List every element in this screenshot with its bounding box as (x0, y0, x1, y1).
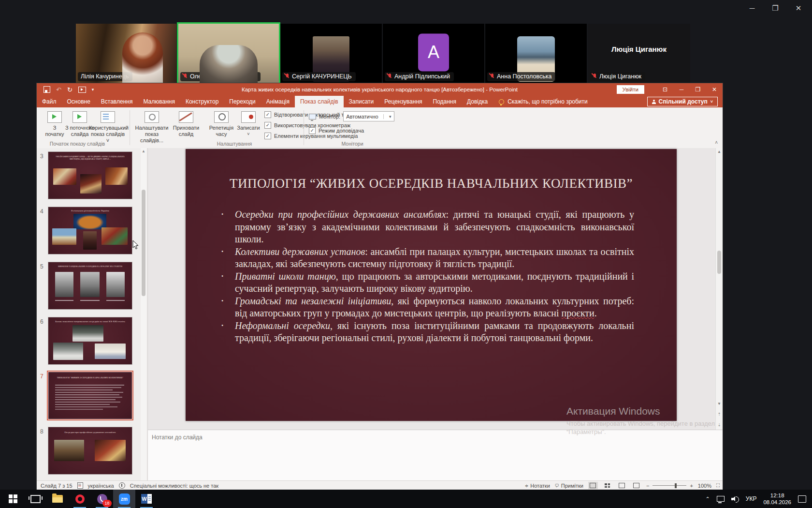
tab-help[interactable]: Довідка (462, 96, 493, 107)
comments-toggle[interactable]: 🗩Примітки (555, 483, 583, 489)
tab-transitions[interactable]: Переходи (224, 96, 261, 107)
close-icon[interactable]: ✕ (793, 4, 804, 13)
slide-bullet: • Приватні школи танцю, що працюють за а… (220, 270, 634, 295)
title-bar: ↶ ↻ ▾ Карта живих осередків навчальних к… (37, 83, 723, 96)
slide-thumbnail-3[interactable]: 3 УКРАЇНСЬКИЙ НАРОДНИЙ ТАНЕЦЬ — ЦЕ ТРАДИ… (48, 152, 132, 199)
viber-button[interactable]: 18 (91, 490, 113, 508)
spellcheck-icon[interactable] (77, 482, 83, 489)
scrollbar-thumb[interactable] (717, 251, 721, 274)
avatar: А (418, 33, 449, 71)
minimize-button[interactable]: ─ (673, 83, 690, 96)
tab-view[interactable]: Подання (428, 96, 462, 107)
restore-icon[interactable]: ❐ (770, 4, 781, 13)
setup-slideshow-button[interactable]: Налаштувати показ слайдів... (134, 110, 170, 144)
zoom-level[interactable]: 100% (698, 483, 711, 489)
participant-video-6[interactable]: Люція Циганюк Люція Циганюк (588, 24, 690, 83)
zoom-in-icon[interactable]: + (690, 483, 693, 489)
slide-sorter-view-button[interactable] (603, 482, 612, 489)
close-button[interactable]: ✕ (706, 83, 723, 96)
thumbnails-scrollbar[interactable]: ▲ (141, 148, 146, 480)
undo-icon[interactable]: ↶ (56, 86, 61, 93)
scroll-up-icon[interactable]: ▲ (716, 148, 723, 155)
custom-slideshow-button[interactable]: Користувацький показ слайдів ˅ (89, 110, 127, 144)
start-button[interactable] (2, 490, 24, 508)
normal-view-button[interactable] (588, 482, 598, 489)
scroll-down-icon[interactable]: ▼ (716, 400, 723, 407)
ribbon-display-options-icon[interactable]: ⊡ (657, 83, 673, 96)
slide-title: ТИПОЛОГІЯ “ЖИВИХ ОСЕРЕДКІВ НАВЧАЛЬНИХ КО… (215, 176, 648, 191)
tab-home[interactable]: Основне (62, 96, 96, 107)
tray-expand-icon[interactable]: ⌃ (706, 496, 710, 502)
presenter-view-checkbox[interactable]: ✓ Режим доповідача (309, 127, 394, 134)
slide-bullet: • Колективи державних установ: ансамблі … (220, 246, 634, 270)
tab-insert[interactable]: Вставлення (96, 96, 138, 107)
slide-thumbnail-7-selected[interactable]: 7 ТИПОЛОГІЯ "ЖИВИХ ОСЕРЕДКІВ НАВЧАЛЬНИХ … (48, 372, 132, 419)
notes-pane[interactable]: Нотатки до слайда (148, 430, 723, 481)
scroll-up-icon[interactable]: ▲ (141, 148, 146, 154)
zoom-participants-strip: Лілія Качуринець Олександр Пархоменко Се… (0, 0, 812, 83)
tab-slideshow-selected[interactable]: Показ слайдів (295, 96, 344, 107)
slide-scrollbar[interactable]: ▲ ▼ ⇡ ⇣ (715, 148, 723, 430)
participant-video-4[interactable]: А Андрій Підлипський (383, 24, 484, 83)
slide-thumbnail-8[interactable]: 8 Осередки при професійних державних анс… (48, 427, 132, 474)
tab-design[interactable]: Конструктор (180, 96, 224, 107)
collapse-ribbon-icon[interactable]: ˄ (715, 140, 718, 145)
restore-button[interactable]: ❐ (690, 83, 706, 96)
slide-thumbnail-6[interactable]: 6 Базове покоління танцювальних осередкі… (48, 317, 132, 364)
previous-slide-icon[interactable]: ⇡ (716, 411, 723, 418)
notes-toggle[interactable]: ≑Нотатки (525, 483, 550, 489)
hide-slide-button[interactable]: Приховати слайд (172, 110, 201, 137)
task-view-button[interactable] (24, 490, 46, 508)
participant-video-3[interactable]: Сергій КАЧУРИНЕЦЬ (280, 24, 382, 83)
checkbox-checked-icon: ✓ (264, 122, 271, 129)
misspelled-word: проєкти (562, 308, 594, 318)
accessibility-icon[interactable] (119, 482, 125, 489)
ribbon-tab-row: Файл Основне Вставлення Малювання Констр… (37, 96, 723, 107)
participant-video-2-active[interactable]: Олександр Пархоменко (177, 22, 280, 84)
reading-view-button[interactable] (617, 482, 627, 489)
tab-draw[interactable]: Малювання (138, 96, 180, 107)
volume-icon[interactable] (731, 496, 739, 502)
next-slide-icon[interactable]: ⇣ (716, 421, 723, 429)
redo-icon[interactable]: ↻ (67, 86, 72, 93)
zoom-slider-knob[interactable] (675, 483, 677, 488)
rehearse-timings-button[interactable]: Репетиція часу (206, 110, 236, 137)
tab-review[interactable]: Рецензування (379, 96, 427, 107)
minimize-icon[interactable]: ─ (747, 4, 757, 13)
tab-record[interactable]: Записати (344, 96, 379, 107)
zoom-app-button[interactable]: zm (113, 490, 135, 508)
accessibility-status[interactable]: Спеціальні можливості: щось не так (130, 483, 218, 489)
tab-animations[interactable]: Анімація (261, 96, 295, 107)
customize-qat-icon[interactable]: ▾ (92, 87, 94, 92)
scrollbar-thumb[interactable] (142, 190, 145, 296)
sign-in-button[interactable]: Увійти (617, 85, 644, 94)
keyboard-language[interactable]: УКР (746, 495, 757, 502)
group-label: Початок показу слайдів (37, 141, 118, 147)
slide-thumbnail-4[interactable]: 4 Регіональна різноманітність України (48, 207, 132, 254)
tab-file[interactable]: Файл (37, 96, 62, 107)
save-icon[interactable] (44, 86, 50, 93)
slide-thumbnail-5[interactable]: 5 ВИВЧЕННЯ ТАНЦЮВАЛЬНИХ ОСЕРЕДКІВ НА ПОЧ… (48, 262, 132, 309)
start-slideshow-icon[interactable] (78, 87, 86, 93)
slide-canvas[interactable]: ТИПОЛОГІЯ “ЖИВИХ ОСЕРЕДКІВ НАВЧАЛЬНИХ КО… (186, 149, 677, 421)
clock[interactable]: 12:18 08.04.2026 (763, 492, 791, 506)
action-center-icon[interactable] (798, 495, 806, 503)
zoom-out-icon[interactable]: − (646, 483, 649, 489)
file-explorer-button[interactable] (46, 490, 69, 508)
word-button[interactable] (135, 490, 158, 508)
fit-slide-icon[interactable]: ⛶ (716, 483, 720, 489)
network-icon[interactable] (717, 496, 725, 502)
language-indicator[interactable]: українська (88, 483, 114, 489)
monitor-dropdown[interactable]: Автоматично ▾ (343, 111, 394, 121)
participant-video-1[interactable]: Лілія Качуринець (76, 24, 176, 83)
muted-mic-icon (183, 74, 188, 79)
tell-me-box[interactable]: Скажіть, що потрібно зробити (493, 96, 594, 107)
slideshow-view-button[interactable] (632, 482, 641, 489)
word-icon (141, 494, 152, 504)
record-button[interactable]: Записати ˅ (234, 110, 262, 137)
zoom-slider[interactable]: − + (646, 483, 693, 489)
share-button[interactable]: Спільний доступ ˅ (647, 97, 718, 106)
thumb-photo (52, 228, 76, 245)
opera-button[interactable] (69, 490, 91, 508)
participant-video-5[interactable]: Анна Постоловська (485, 24, 587, 83)
